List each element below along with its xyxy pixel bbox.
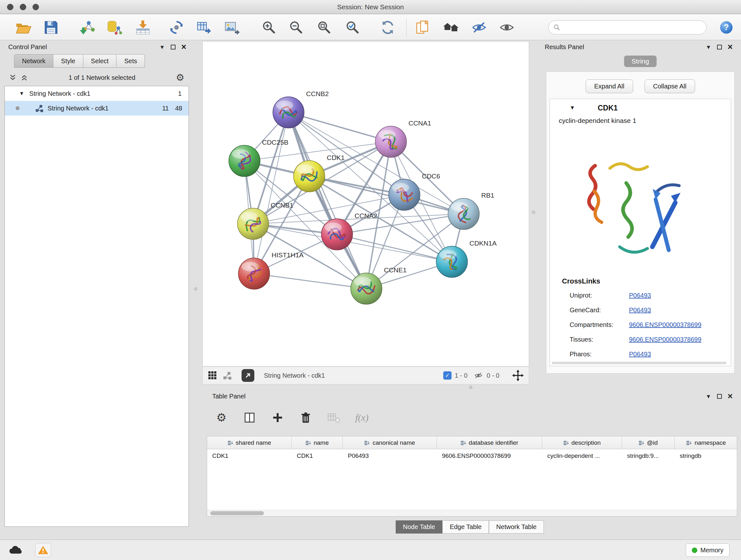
network-row-selected[interactable]: String Network - cdk1 11 48 [5,101,189,116]
results-horizontal-scrollbar[interactable] [552,362,727,364]
network-graph[interactable]: CCNB2CCNA1CDC25BCDK1CDC6RB1CCNB1CCNA2CDK… [203,42,529,366]
add-column-icon[interactable] [270,410,285,425]
chevrons-up-icon[interactable] [20,74,28,81]
help-icon: ? [719,20,734,35]
show-columns-icon[interactable] [242,410,257,425]
zoom-in-icon [260,19,277,36]
float-panel-icon[interactable] [715,43,724,51]
home-button[interactable] [442,18,460,37]
documents-button[interactable] [414,18,431,37]
tab-style[interactable]: Style [53,54,83,68]
column-header[interactable]: canonical name [343,436,437,449]
grid-view-icon[interactable] [208,371,217,380]
zoom-fit-button[interactable] [315,18,333,37]
tab-node-table[interactable]: Node Table [396,520,443,534]
network-canvas[interactable]: CCNB2CCNA1CDC25BCDK1CDC6RB1CCNB1CCNA2CDK… [202,41,529,367]
scrollbar-thumb[interactable] [210,511,264,515]
float-panel-icon[interactable] [715,392,724,401]
export-table-button[interactable] [195,18,213,37]
column-header[interactable]: database identifier [437,436,542,449]
expand-all-button[interactable]: Expand All [586,79,633,93]
column-header[interactable]: description [542,436,622,449]
apply-layout-button[interactable] [379,18,397,37]
horizontal-splitter-grip[interactable] [469,386,472,389]
import-table-button[interactable] [134,18,152,37]
tab-network[interactable]: Network [14,54,53,68]
table-horizontal-scrollbar[interactable] [207,510,737,516]
open-session-button[interactable] [14,18,32,37]
pan-crosshair-icon[interactable] [512,370,524,381]
network-options-gear-icon[interactable]: ⚙ [176,73,185,82]
import-network-database-button[interactable] [105,18,123,37]
warnings-button[interactable] [35,543,51,557]
column-header[interactable]: @id [622,436,675,449]
new-network-button[interactable] [167,18,185,37]
collapse-panel-icon[interactable]: ▾ [158,43,166,51]
help-button[interactable]: ? [718,18,735,37]
float-panel-icon[interactable] [169,43,178,51]
tree-expander-icon[interactable]: ▼ [19,91,24,97]
tab-edge-table[interactable]: Edge Table [442,520,489,534]
hidden-count: 0 - 0 [487,372,499,379]
tab-sets[interactable]: Sets [117,54,145,68]
svg-text:CDK1: CDK1 [327,154,345,161]
show-panel-button[interactable] [498,18,516,37]
column-header[interactable]: namespace [675,436,737,449]
column-header[interactable]: shared name [207,436,292,449]
selected-checkbox-icon[interactable]: ✓ [443,371,452,380]
main-toolbar: ? [0,14,741,40]
delete-column-trash-icon[interactable] [298,410,313,425]
collapse-panel-icon[interactable]: ▾ [704,392,713,401]
string-network-icon [35,104,44,113]
column-header[interactable]: name [292,436,343,449]
crosslink-row: Pharos: P06493 [569,351,723,358]
table-row[interactable]: CDK1 CDK1 P06493 9606.ENSP00000378699 cy… [207,449,737,462]
close-panel-icon[interactable]: × [726,392,735,401]
cell-database-identifier[interactable]: 9606.ENSP00000378699 [437,452,542,459]
cell-canonical-name[interactable]: P06493 [343,452,437,459]
save-session-button[interactable] [42,18,60,37]
network-view-icon[interactable] [222,371,232,380]
zoom-in-button[interactable] [260,18,278,37]
crosslink-link[interactable]: 9606.ENSP00000378699 [629,336,701,343]
export-image-button[interactable] [223,18,241,37]
cloud-icon[interactable] [8,545,22,556]
cell-namespace[interactable]: stringdb [675,452,737,459]
hide-panel-button[interactable] [470,18,488,37]
collapse-panel-icon[interactable]: ▾ [704,43,713,51]
svg-text:CDKN1A: CDKN1A [469,240,496,247]
cell-shared-name[interactable]: CDK1 [207,452,292,459]
cell-id[interactable]: stringdb:9... [622,452,675,459]
cell-description[interactable]: cyclin-dependent ... [542,452,622,459]
network-status-bar: String Network - cdk1 ✓ 1 - 0 0 - 0 [202,367,529,384]
vertical-splitter-grip[interactable] [194,287,197,291]
import-network-file-button[interactable] [78,18,96,37]
gene-detail-header[interactable]: ▼ CDK1 [550,99,731,117]
network-selection-text: 1 of 1 Network selected [32,74,172,81]
table-header-row: shared name name canonical name database… [207,436,737,449]
birdseye-view-button[interactable] [242,369,254,382]
gene-expander-icon[interactable]: ▼ [569,105,575,111]
crosslink-link[interactable]: P06493 [629,351,651,358]
cell-name[interactable]: CDK1 [292,452,343,459]
collapse-all-button[interactable]: Collapse All [645,79,695,93]
function-builder-icon[interactable]: f(x) [354,410,369,425]
tab-string[interactable]: String [624,56,657,67]
crosslink-link[interactable]: P06493 [629,307,651,314]
zoom-selected-button[interactable] [343,18,361,37]
network-collection-row[interactable]: ▼ String Network - cdk1 1 [5,86,189,101]
string-results-container: Expand All Collapse All ▼ CDK1 cyclin-de… [546,71,735,374]
tab-network-table[interactable]: Network Table [489,520,544,534]
chevrons-down-icon[interactable] [9,74,17,81]
memory-button[interactable]: Memory [686,543,730,557]
crosslink-link[interactable]: 9606.ENSP00000378699 [629,321,701,328]
zoom-out-button[interactable] [287,18,305,37]
vertical-splitter-grip[interactable] [532,211,535,214]
close-panel-icon[interactable]: × [726,43,735,51]
search-input[interactable] [563,24,702,31]
tab-select[interactable]: Select [83,54,117,68]
table-settings-gear-icon[interactable]: ⚙ [214,410,229,425]
close-panel-icon[interactable]: × [179,43,188,51]
crosslink-label: GeneCard: [569,307,601,314]
crosslink-link[interactable]: P06493 [629,292,651,299]
